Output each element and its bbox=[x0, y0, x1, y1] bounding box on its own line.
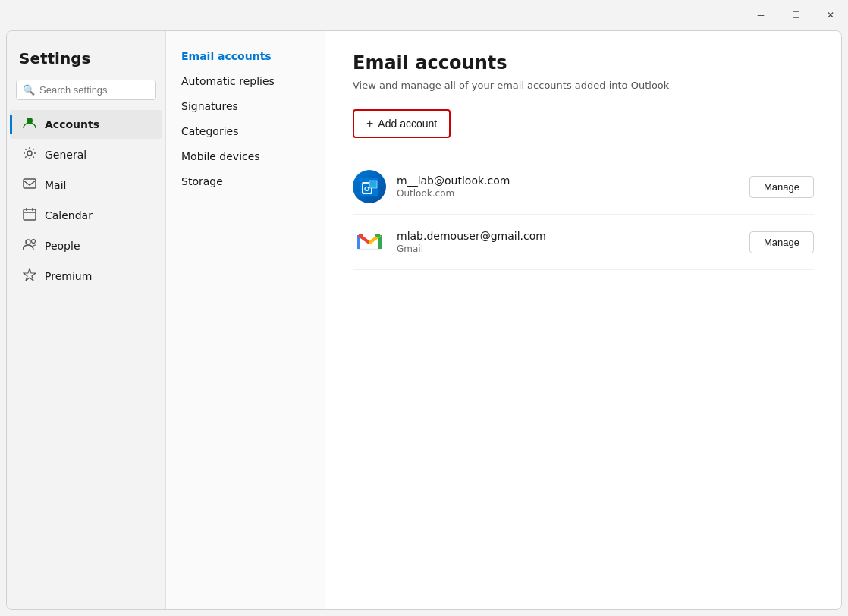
section-item-label-categories: Categories bbox=[181, 125, 238, 137]
calendar-icon bbox=[22, 207, 37, 224]
section-item-mobile-devices[interactable]: Mobile devices bbox=[169, 144, 322, 168]
svg-rect-10 bbox=[369, 181, 377, 188]
section-item-label-email-accounts: Email accounts bbox=[181, 50, 272, 62]
svg-text:O: O bbox=[364, 185, 369, 193]
sidebar-item-label-general: General bbox=[45, 149, 86, 161]
svg-rect-13 bbox=[359, 234, 363, 237]
svg-point-1 bbox=[27, 151, 32, 156]
section-item-email-accounts[interactable]: Email accounts bbox=[169, 44, 322, 68]
sidebar-item-label-accounts: Accounts bbox=[45, 118, 99, 130]
sidebar-item-calendar[interactable]: Calendar bbox=[10, 201, 162, 230]
sidebar-item-label-mail: Mail bbox=[45, 179, 66, 191]
outlook-manage-button[interactable]: Manage bbox=[749, 176, 814, 198]
section-item-signatures[interactable]: Signatures bbox=[169, 94, 322, 118]
section-item-label-mobile-devices: Mobile devices bbox=[181, 150, 260, 162]
section-item-label-storage: Storage bbox=[181, 175, 223, 187]
gmail-manage-button[interactable]: Manage bbox=[749, 231, 814, 253]
people-icon bbox=[22, 237, 37, 254]
sidebar-item-mail[interactable]: Mail bbox=[10, 171, 162, 200]
page-title: Email accounts bbox=[353, 52, 814, 74]
titlebar: ─ ☐ ✕ bbox=[0, 0, 848, 30]
gmail-account-info: mlab.demouser@gmail.com Gmail bbox=[397, 230, 739, 254]
app-window: Settings 🔍 Accounts General bbox=[6, 30, 842, 610]
add-account-label: Add account bbox=[378, 118, 437, 130]
section-item-label-signatures: Signatures bbox=[181, 100, 238, 112]
window-controls: ─ ☐ ✕ bbox=[743, 0, 848, 30]
section-sidebar: Email accounts Automatic replies Signatu… bbox=[166, 31, 325, 609]
mail-icon bbox=[22, 177, 37, 193]
account-row-outlook: O m__lab@outlook.com Outlook.com Manage bbox=[353, 159, 814, 215]
minimize-button[interactable]: ─ bbox=[743, 0, 778, 30]
svg-rect-2 bbox=[24, 179, 36, 188]
account-row-gmail: mlab.demouser@gmail.com Gmail Manage bbox=[353, 215, 814, 270]
svg-rect-3 bbox=[24, 209, 36, 220]
svg-point-5 bbox=[32, 240, 36, 244]
outlook-account-info: m__lab@outlook.com Outlook.com bbox=[397, 174, 739, 199]
search-box[interactable]: 🔍 bbox=[16, 80, 156, 100]
main-content: Email accounts View and manage all of yo… bbox=[325, 31, 841, 609]
sidebar-item-accounts[interactable]: Accounts bbox=[10, 110, 162, 139]
page-subtitle: View and manage all of your email accoun… bbox=[353, 80, 814, 91]
section-item-label-automatic-replies: Automatic replies bbox=[181, 75, 275, 87]
gmail-account-type: Gmail bbox=[397, 244, 739, 254]
settings-title: Settings bbox=[7, 43, 165, 80]
svg-point-4 bbox=[26, 240, 30, 244]
sidebar-item-label-calendar: Calendar bbox=[45, 209, 93, 222]
section-item-automatic-replies[interactable]: Automatic replies bbox=[169, 69, 322, 93]
add-account-button[interactable]: + Add account bbox=[353, 109, 451, 138]
sidebar-item-premium[interactable]: Premium bbox=[10, 262, 162, 291]
sidebar-item-label-people: People bbox=[45, 240, 80, 252]
outlook-account-email: m__lab@outlook.com bbox=[397, 174, 739, 187]
accounts-icon bbox=[22, 116, 37, 133]
sidebar-item-general[interactable]: General bbox=[10, 140, 162, 169]
search-input[interactable] bbox=[39, 84, 149, 96]
outlook-account-type: Outlook.com bbox=[397, 188, 739, 199]
section-item-categories[interactable]: Categories bbox=[169, 119, 322, 143]
sidebar-item-people[interactable]: People bbox=[10, 231, 162, 260]
gmail-account-email: mlab.demouser@gmail.com bbox=[397, 230, 739, 242]
general-icon bbox=[22, 146, 37, 163]
sidebar-item-label-premium: Premium bbox=[45, 270, 92, 282]
section-item-storage[interactable]: Storage bbox=[169, 169, 322, 193]
svg-marker-6 bbox=[24, 269, 36, 281]
svg-rect-14 bbox=[375, 234, 380, 237]
outlook-avatar: O bbox=[353, 170, 386, 203]
gmail-avatar bbox=[353, 225, 386, 259]
maximize-button[interactable]: ☐ bbox=[778, 0, 813, 30]
settings-sidebar: Settings 🔍 Accounts General bbox=[7, 31, 166, 609]
plus-icon: + bbox=[366, 117, 373, 130]
premium-icon bbox=[22, 268, 37, 284]
search-icon: 🔍 bbox=[23, 84, 35, 96]
close-button[interactable]: ✕ bbox=[813, 0, 848, 30]
